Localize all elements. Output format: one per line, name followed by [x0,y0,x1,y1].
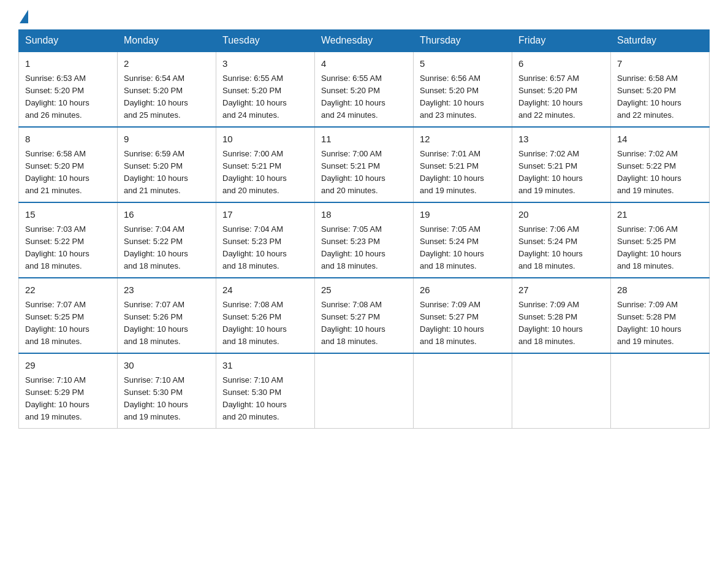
day-info: Sunrise: 7:10 AMSunset: 5:30 PMDaylight:… [222,374,308,424]
day-number: 28 [617,283,703,297]
day-number: 13 [518,132,604,147]
day-number: 4 [321,57,407,71]
calendar-cell: 15 Sunrise: 7:03 AMSunset: 5:22 PMDaylig… [19,202,118,278]
day-info: Sunrise: 7:09 AMSunset: 5:27 PMDaylight:… [420,299,506,348]
calendar-cell: 22 Sunrise: 7:07 AMSunset: 5:25 PMDaylig… [19,278,118,353]
calendar-cell: 23 Sunrise: 7:07 AMSunset: 5:26 PMDaylig… [118,278,216,353]
day-info: Sunrise: 7:07 AMSunset: 5:26 PMDaylight:… [124,299,210,348]
day-info: Sunrise: 6:57 AMSunset: 5:20 PMDaylight:… [518,72,604,122]
day-info: Sunrise: 7:05 AMSunset: 5:23 PMDaylight:… [321,223,407,273]
calendar-cell: 24 Sunrise: 7:08 AMSunset: 5:26 PMDaylig… [216,278,315,353]
day-number: 23 [124,283,210,297]
calendar-cell: 17 Sunrise: 7:04 AMSunset: 5:23 PMDaylig… [216,202,315,278]
day-number: 9 [124,132,210,147]
day-number: 27 [518,283,604,297]
day-number: 8 [25,132,111,147]
calendar-cell [414,353,512,429]
day-info: Sunrise: 7:05 AMSunset: 5:24 PMDaylight:… [420,223,506,273]
calendar-cell: 28 Sunrise: 7:09 AMSunset: 5:28 PMDaylig… [611,278,710,353]
day-info: Sunrise: 7:04 AMSunset: 5:23 PMDaylight:… [222,223,308,273]
day-number: 29 [25,359,111,373]
day-info: Sunrise: 7:08 AMSunset: 5:27 PMDaylight:… [321,299,407,348]
header-day-saturday: Saturday [611,30,710,52]
day-number: 16 [124,208,210,222]
day-number: 5 [420,57,506,71]
calendar-cell: 2 Sunrise: 6:54 AMSunset: 5:20 PMDayligh… [118,52,216,127]
day-number: 25 [321,283,407,297]
day-info: Sunrise: 6:58 AMSunset: 5:20 PMDaylight:… [617,72,703,122]
day-number: 7 [617,57,703,71]
day-info: Sunrise: 6:58 AMSunset: 5:20 PMDaylight:… [25,148,111,197]
day-info: Sunrise: 7:04 AMSunset: 5:22 PMDaylight:… [124,223,210,273]
day-info: Sunrise: 7:00 AMSunset: 5:21 PMDaylight:… [321,148,407,197]
day-number: 6 [518,57,604,71]
day-number: 17 [222,208,308,222]
day-info: Sunrise: 6:55 AMSunset: 5:20 PMDaylight:… [222,72,308,122]
day-info: Sunrise: 7:00 AMSunset: 5:21 PMDaylight:… [222,148,308,197]
calendar-cell: 19 Sunrise: 7:05 AMSunset: 5:24 PMDaylig… [414,202,512,278]
calendar-cell: 27 Sunrise: 7:09 AMSunset: 5:28 PMDaylig… [512,278,611,353]
calendar-header-row: SundayMondayTuesdayWednesdayThursdayFrid… [19,30,710,52]
day-info: Sunrise: 6:59 AMSunset: 5:20 PMDaylight:… [124,148,210,197]
calendar-cell [315,353,414,429]
day-info: Sunrise: 7:10 AMSunset: 5:30 PMDaylight:… [124,374,210,424]
calendar-cell: 4 Sunrise: 6:55 AMSunset: 5:20 PMDayligh… [315,52,414,127]
day-number: 11 [321,132,407,147]
calendar-cell: 21 Sunrise: 7:06 AMSunset: 5:25 PMDaylig… [611,202,710,278]
logo-triangle-icon [20,10,28,23]
day-number: 2 [124,57,210,71]
day-number: 21 [617,208,703,222]
calendar-week-row: 1 Sunrise: 6:53 AMSunset: 5:20 PMDayligh… [19,52,710,127]
day-info: Sunrise: 6:56 AMSunset: 5:20 PMDaylight:… [420,72,506,122]
day-number: 30 [124,359,210,373]
header-day-friday: Friday [512,30,611,52]
calendar-cell: 13 Sunrise: 7:02 AMSunset: 5:21 PMDaylig… [512,127,611,202]
day-number: 3 [222,57,308,71]
calendar-cell: 11 Sunrise: 7:00 AMSunset: 5:21 PMDaylig… [315,127,414,202]
calendar-cell: 3 Sunrise: 6:55 AMSunset: 5:20 PMDayligh… [216,52,315,127]
header-day-sunday: Sunday [19,30,118,52]
day-number: 1 [25,57,111,71]
day-info: Sunrise: 6:54 AMSunset: 5:20 PMDaylight:… [124,72,210,122]
day-number: 12 [420,132,506,147]
day-info: Sunrise: 7:01 AMSunset: 5:21 PMDaylight:… [420,148,506,197]
calendar-cell: 31 Sunrise: 7:10 AMSunset: 5:30 PMDaylig… [216,353,315,429]
header-day-wednesday: Wednesday [315,30,414,52]
day-info: Sunrise: 7:10 AMSunset: 5:29 PMDaylight:… [25,374,111,424]
calendar-cell: 30 Sunrise: 7:10 AMSunset: 5:30 PMDaylig… [118,353,216,429]
day-info: Sunrise: 6:55 AMSunset: 5:20 PMDaylight:… [321,72,407,122]
calendar-cell: 25 Sunrise: 7:08 AMSunset: 5:27 PMDaylig… [315,278,414,353]
day-info: Sunrise: 7:02 AMSunset: 5:21 PMDaylight:… [518,148,604,197]
day-number: 18 [321,208,407,222]
day-number: 31 [222,359,308,373]
calendar-cell: 14 Sunrise: 7:02 AMSunset: 5:22 PMDaylig… [611,127,710,202]
day-info: Sunrise: 7:02 AMSunset: 5:22 PMDaylight:… [617,148,703,197]
calendar-cell [512,353,611,429]
calendar-cell: 9 Sunrise: 6:59 AMSunset: 5:20 PMDayligh… [118,127,216,202]
day-info: Sunrise: 7:06 AMSunset: 5:24 PMDaylight:… [518,223,604,273]
header-day-monday: Monday [118,30,216,52]
calendar-week-row: 15 Sunrise: 7:03 AMSunset: 5:22 PMDaylig… [19,202,710,278]
day-info: Sunrise: 7:08 AMSunset: 5:26 PMDaylight:… [222,299,308,348]
calendar-week-row: 29 Sunrise: 7:10 AMSunset: 5:29 PMDaylig… [19,353,710,429]
day-number: 24 [222,283,308,297]
page-header [18,12,710,23]
calendar-cell: 10 Sunrise: 7:00 AMSunset: 5:21 PMDaylig… [216,127,315,202]
day-info: Sunrise: 7:07 AMSunset: 5:25 PMDaylight:… [25,299,111,348]
calendar-cell: 6 Sunrise: 6:57 AMSunset: 5:20 PMDayligh… [512,52,611,127]
calendar-cell: 20 Sunrise: 7:06 AMSunset: 5:24 PMDaylig… [512,202,611,278]
day-number: 15 [25,208,111,222]
calendar-cell: 1 Sunrise: 6:53 AMSunset: 5:20 PMDayligh… [19,52,118,127]
calendar-table: SundayMondayTuesdayWednesdayThursdayFrid… [18,29,710,429]
calendar-cell: 12 Sunrise: 7:01 AMSunset: 5:21 PMDaylig… [414,127,512,202]
calendar-cell: 18 Sunrise: 7:05 AMSunset: 5:23 PMDaylig… [315,202,414,278]
day-info: Sunrise: 7:09 AMSunset: 5:28 PMDaylight:… [518,299,604,348]
day-info: Sunrise: 7:03 AMSunset: 5:22 PMDaylight:… [25,223,111,273]
day-number: 19 [420,208,506,222]
header-day-tuesday: Tuesday [216,30,315,52]
calendar-cell: 26 Sunrise: 7:09 AMSunset: 5:27 PMDaylig… [414,278,512,353]
day-number: 14 [617,132,703,147]
header-day-thursday: Thursday [414,30,512,52]
calendar-cell: 7 Sunrise: 6:58 AMSunset: 5:20 PMDayligh… [611,52,710,127]
calendar-cell: 29 Sunrise: 7:10 AMSunset: 5:29 PMDaylig… [19,353,118,429]
